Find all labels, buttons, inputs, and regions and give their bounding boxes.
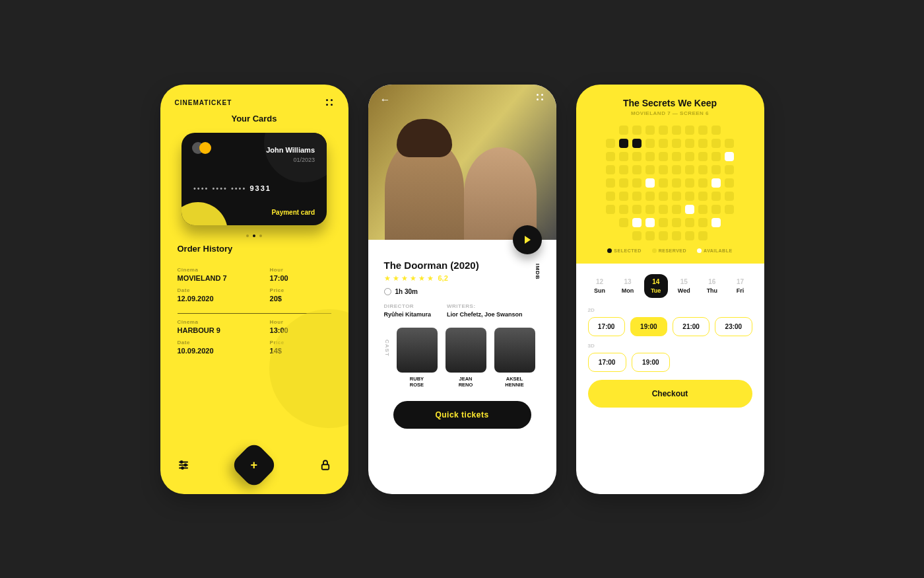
seat[interactable] <box>619 205 628 214</box>
seat[interactable] <box>685 205 694 214</box>
card-pager[interactable] <box>160 235 348 237</box>
seat[interactable] <box>685 152 694 161</box>
seat[interactable] <box>711 205 721 214</box>
seat[interactable] <box>645 231 655 240</box>
date-option[interactable]: 17Fri <box>728 274 752 298</box>
seat[interactable] <box>619 178 628 188</box>
seat[interactable] <box>672 178 681 188</box>
seat[interactable] <box>685 192 694 201</box>
seat[interactable] <box>659 139 668 148</box>
seat[interactable] <box>672 231 681 240</box>
seat[interactable] <box>619 165 628 174</box>
cast-member[interactable]: AKSELHENNIE <box>494 328 535 388</box>
seat[interactable] <box>632 205 642 214</box>
seat[interactable] <box>698 165 708 174</box>
seat[interactable] <box>659 192 668 201</box>
add-button[interactable]: + <box>230 441 279 489</box>
seat[interactable] <box>632 192 642 201</box>
seat[interactable] <box>711 192 721 201</box>
seat[interactable] <box>685 178 694 188</box>
seat[interactable] <box>698 178 708 188</box>
seat[interactable] <box>711 126 721 135</box>
seat[interactable] <box>632 126 642 135</box>
time-slot[interactable]: 21:00 <box>673 317 710 336</box>
seat[interactable] <box>606 165 615 174</box>
seat[interactable] <box>606 178 615 188</box>
seat[interactable] <box>685 139 694 148</box>
seat[interactable] <box>619 192 628 201</box>
seat[interactable] <box>725 165 734 174</box>
seat[interactable] <box>645 152 655 161</box>
seat[interactable] <box>698 139 708 148</box>
seat[interactable] <box>672 139 681 148</box>
menu-icon[interactable] <box>537 94 544 102</box>
seat[interactable] <box>672 165 681 174</box>
seat[interactable] <box>725 139 734 148</box>
seat[interactable] <box>619 139 628 148</box>
seat[interactable] <box>698 152 708 161</box>
seat[interactable] <box>632 152 642 161</box>
seat[interactable] <box>606 192 615 201</box>
seat[interactable] <box>672 218 681 227</box>
payment-card[interactable]: John Williams 01/2023 •••• •••• •••• 933… <box>182 133 327 225</box>
seat[interactable] <box>711 178 721 188</box>
seat[interactable] <box>645 218 655 227</box>
seat[interactable] <box>632 178 642 188</box>
time-slot[interactable]: 19:00 <box>630 317 667 336</box>
seat[interactable] <box>659 165 668 174</box>
settings-icon[interactable] <box>178 459 189 471</box>
quick-tickets-button[interactable]: Quick tickets <box>393 401 531 429</box>
seat[interactable] <box>619 126 628 135</box>
seat[interactable] <box>711 139 721 148</box>
seat[interactable] <box>672 152 681 161</box>
seat[interactable] <box>606 205 615 214</box>
time-slot[interactable]: 23:00 <box>715 317 752 336</box>
seat[interactable] <box>711 218 721 227</box>
seat[interactable] <box>672 192 681 201</box>
seat[interactable] <box>659 218 668 227</box>
time-slot[interactable]: 19:00 <box>632 353 670 372</box>
seat[interactable] <box>619 152 628 161</box>
seat[interactable] <box>725 178 734 188</box>
cast-member[interactable]: RUBYROSE <box>397 328 438 388</box>
lock-icon[interactable] <box>319 459 331 471</box>
time-slot[interactable]: 17:00 <box>588 353 626 372</box>
seat[interactable] <box>698 126 708 135</box>
seat[interactable] <box>725 192 734 201</box>
seat[interactable] <box>672 126 681 135</box>
seat[interactable] <box>725 152 734 161</box>
seat[interactable] <box>659 152 668 161</box>
seat[interactable] <box>685 218 694 227</box>
order-item[interactable]: CinemaMOVIELAND 7Date12.09.2020Hour17:00… <box>178 262 331 314</box>
seat[interactable] <box>685 165 694 174</box>
seat[interactable] <box>606 152 615 161</box>
menu-icon[interactable] <box>326 99 334 107</box>
cast-member[interactable]: JEANRENO <box>446 328 486 388</box>
seat[interactable] <box>711 165 721 174</box>
seat[interactable] <box>645 126 655 135</box>
seat[interactable] <box>672 205 681 214</box>
seat[interactable] <box>645 205 655 214</box>
seat[interactable] <box>698 192 708 201</box>
seat[interactable] <box>698 205 708 214</box>
back-icon[interactable]: ← <box>380 94 391 106</box>
seat[interactable] <box>725 205 734 214</box>
seat[interactable] <box>698 231 708 240</box>
imdb-label[interactable]: IMDB <box>535 264 541 279</box>
seat[interactable] <box>645 165 655 174</box>
seat[interactable] <box>685 231 694 240</box>
date-option[interactable]: 13Mon <box>616 274 640 298</box>
seat[interactable] <box>659 205 668 214</box>
seat[interactable] <box>659 231 668 240</box>
time-slot[interactable]: 17:00 <box>588 317 625 336</box>
seat[interactable] <box>659 126 668 135</box>
seat[interactable] <box>645 192 655 201</box>
date-option[interactable]: 12Sun <box>588 274 612 298</box>
seat[interactable] <box>645 139 655 148</box>
seat[interactable] <box>632 165 642 174</box>
checkout-button[interactable]: Checkout <box>588 380 752 408</box>
seat[interactable] <box>698 218 708 227</box>
seat[interactable] <box>632 218 642 227</box>
date-option[interactable]: 15Wed <box>672 274 696 298</box>
seat[interactable] <box>659 178 668 188</box>
